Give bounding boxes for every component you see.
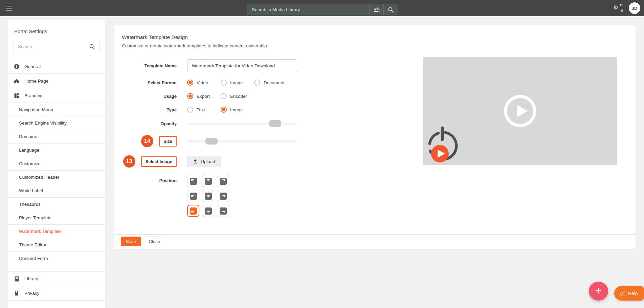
- upload-icon: [193, 159, 198, 164]
- sidebar-subitem-customize[interactable]: Customize: [8, 157, 105, 171]
- radio-option-export[interactable]: Export: [187, 93, 221, 99]
- select-image-label: Select Image: [141, 156, 177, 167]
- sidebar-subitem-label: Language: [19, 148, 39, 153]
- position-option-bottom-left[interactable]: [187, 205, 199, 217]
- save-button[interactable]: Save: [121, 237, 141, 246]
- position-option-top-center[interactable]: [202, 175, 214, 187]
- radio-icon: [221, 107, 227, 113]
- search-icon[interactable]: [383, 4, 398, 15]
- align-top-center-icon: [205, 178, 212, 185]
- radio-option-label: Export: [197, 94, 210, 99]
- radio-icon: [221, 93, 227, 99]
- sidebar-item-privacy[interactable]: Privacy: [8, 286, 105, 301]
- position-option-top-left[interactable]: [187, 175, 199, 187]
- sidebar-subitem-theme-editor[interactable]: Theme Editor: [8, 238, 105, 252]
- radio-icon: [221, 80, 227, 86]
- help-button[interactable]: ? Help: [614, 286, 644, 301]
- sidebar-subitem-label: Watermark Template: [19, 229, 61, 234]
- sidebar-subitem-search-engine-visibility[interactable]: Search Engine Visibility: [8, 116, 105, 130]
- position-option-middle-center[interactable]: [202, 190, 214, 202]
- portal-settings-sidebar: Portal Settings i General Home Page: [8, 20, 105, 308]
- help-button-label: Help: [628, 291, 638, 296]
- sidebar-subitem-label: Customized Header: [19, 175, 59, 180]
- upload-button[interactable]: Upload: [187, 156, 221, 167]
- position-option-bottom-right[interactable]: [217, 205, 229, 217]
- radio-option-encoder[interactable]: Encoder: [221, 93, 247, 99]
- actions-divider: [114, 234, 636, 235]
- user-avatar[interactable]: JD: [629, 2, 640, 14]
- sidebar-search-input[interactable]: [14, 44, 85, 49]
- sidebar-subitem-watermark-template[interactable]: Watermark Template: [8, 225, 105, 238]
- sidebar-item-branding[interactable]: Branding: [8, 88, 105, 103]
- watermark-logo: [426, 126, 458, 163]
- branding-subitems: Navigation Menu Search Engine Visibility…: [8, 103, 105, 265]
- position-option-bottom-center[interactable]: [202, 205, 214, 217]
- top-bar: ⚙⚙⚙ JD: [0, 0, 644, 16]
- radio-option-text[interactable]: Text: [187, 107, 221, 113]
- sidebar-subitem-language[interactable]: Language: [8, 144, 105, 157]
- info-icon: i: [14, 63, 20, 69]
- sidebar-item-library[interactable]: Library: [8, 271, 105, 286]
- template-name-input[interactable]: [187, 59, 297, 72]
- sidebar-subitem-consent-form[interactable]: Consent Form: [8, 252, 105, 265]
- position-label: Position: [122, 175, 177, 183]
- sidebar-subitem-domains[interactable]: Domains: [8, 130, 105, 144]
- opacity-slider[interactable]: [187, 120, 297, 127]
- sidebar-item-home-page[interactable]: Home Page: [8, 74, 105, 88]
- radio-option-document[interactable]: Document: [254, 80, 285, 86]
- radio-option-video[interactable]: Video: [187, 80, 221, 86]
- size-slider-track[interactable]: [187, 140, 297, 142]
- annotation-badge-13: 13: [123, 155, 135, 168]
- media-library-search-input[interactable]: [247, 4, 369, 15]
- radio-icon: [254, 80, 260, 86]
- sidebar-subitem-label: Navigation Menu: [19, 107, 53, 112]
- add-button[interactable]: +: [589, 282, 608, 301]
- align-middle-center-icon: [205, 193, 212, 200]
- sidebar-subitem-white-label[interactable]: White Label: [8, 184, 105, 198]
- radio-option-image[interactable]: Image: [221, 107, 243, 113]
- annotation-badge-14: 14: [141, 135, 153, 147]
- size-slider-thumb[interactable]: [205, 138, 218, 145]
- sidebar-search-icon[interactable]: [85, 41, 99, 52]
- radio-option-label: Video: [197, 80, 208, 85]
- sidebar-subitem-label: Customize: [19, 161, 41, 166]
- sidebar-subitem-label: Search Engine Visibility: [19, 120, 67, 126]
- watermark-template-card: Watermark Template Design Customize or c…: [114, 25, 636, 249]
- sidebar-item-label: General: [24, 64, 41, 69]
- admin-settings-gears-icon[interactable]: ⚙⚙⚙: [613, 3, 623, 13]
- watermark-preview: [423, 57, 617, 165]
- align-bottom-left-icon: [190, 207, 197, 215]
- sidebar-subitem-customized-header[interactable]: Customized Header: [8, 171, 105, 184]
- opacity-slider-thumb[interactable]: [269, 120, 281, 127]
- align-middle-right-icon: [220, 193, 227, 200]
- radio-option-label: Text: [197, 107, 205, 112]
- sidebar-item-label: Branding: [24, 93, 43, 98]
- sidebar-subitem-player-template[interactable]: Player Template: [8, 211, 105, 225]
- hamburger-menu-icon[interactable]: [5, 4, 14, 12]
- type-radio-group: TextImage: [187, 107, 243, 113]
- sidebar-subitem-navigation-menu[interactable]: Navigation Menu: [8, 103, 105, 116]
- size-slider[interactable]: [187, 138, 297, 145]
- sidebar-subitem-thesaurus[interactable]: Thesaurus: [8, 198, 105, 211]
- opacity-label: Opacity: [122, 121, 177, 126]
- page-subtitle: Customize or create watermark templates …: [122, 43, 628, 48]
- lock-icon: [14, 290, 20, 296]
- radio-option-label: Encoder: [230, 94, 247, 99]
- close-button[interactable]: Close: [144, 237, 165, 246]
- sidebar-item-general[interactable]: i General: [8, 59, 105, 74]
- sidebar-title: Portal Settings: [8, 20, 105, 41]
- align-top-right-icon: [220, 178, 227, 185]
- radio-icon: [187, 107, 193, 113]
- sidebar-subitem-label: White Label: [19, 188, 43, 193]
- play-button-icon[interactable]: [503, 93, 538, 129]
- filter-icon[interactable]: [369, 4, 383, 15]
- sidebar-subitem-label: Player Template: [19, 215, 52, 220]
- position-option-top-right[interactable]: [217, 175, 229, 187]
- type-label: Type: [122, 107, 177, 112]
- align-bottom-right-icon: [220, 207, 227, 215]
- radio-option-image[interactable]: Image: [221, 80, 254, 86]
- sidebar-item-label: Home Page: [24, 79, 48, 84]
- position-option-middle-left[interactable]: [187, 190, 199, 202]
- position-option-middle-right[interactable]: [217, 190, 229, 202]
- size-label: Size: [159, 136, 177, 147]
